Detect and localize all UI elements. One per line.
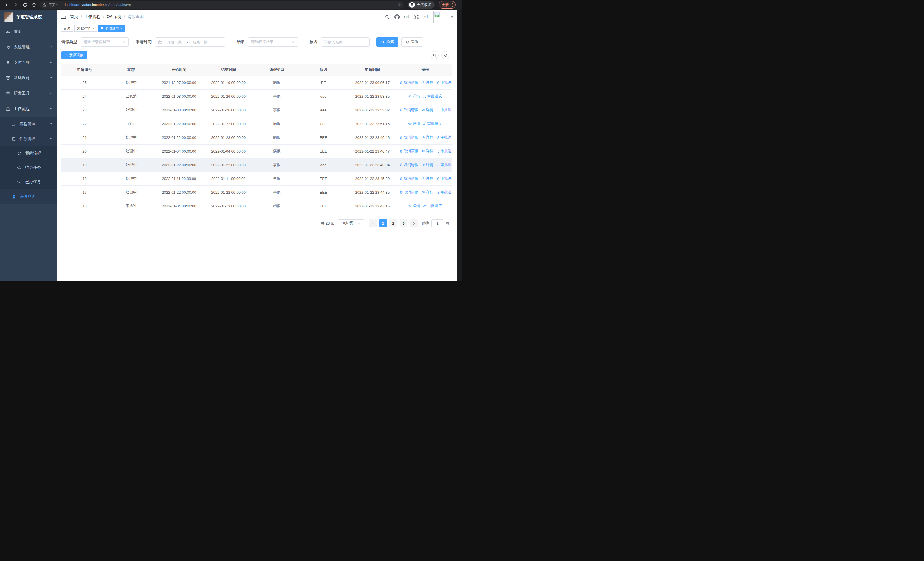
gear-icon xyxy=(6,45,10,50)
search-icon[interactable] xyxy=(384,14,390,20)
detail-link[interactable]: 详情 xyxy=(422,107,434,113)
pen-icon xyxy=(436,191,440,194)
end-date-input[interactable] xyxy=(190,40,210,44)
sidebar-item-my-process[interactable]: 我的流程 xyxy=(0,146,57,161)
sidebar-toggle-icon[interactable] xyxy=(60,14,66,20)
apply-time-range-picker[interactable]: - xyxy=(155,38,225,47)
cancel-leave-link[interactable]: 取消请假 xyxy=(399,162,418,167)
cell-type: 病假 xyxy=(254,131,300,144)
breadcrumb-home[interactable]: 首页 xyxy=(70,14,78,20)
reason-input[interactable] xyxy=(321,38,369,46)
detail-link[interactable]: 详情 xyxy=(422,176,434,181)
cancel-leave-link[interactable]: 取消请假 xyxy=(399,135,418,140)
avatar[interactable] xyxy=(434,11,446,23)
goto-page-input[interactable] xyxy=(432,220,444,227)
cancel-leave-link[interactable]: 取消请假 xyxy=(399,149,418,154)
create-leave-button[interactable]: 发起请假 xyxy=(62,51,87,59)
security-chip-label[interactable]: 不安全 xyxy=(48,3,59,8)
approval-progress-link[interactable]: 审批进度 xyxy=(423,203,442,209)
reason-input-box xyxy=(321,38,369,47)
tab-home[interactable]: 首页 xyxy=(61,25,73,32)
cell-reason: EEE xyxy=(300,185,347,199)
leave-type-select[interactable]: 请选择请假类型 xyxy=(81,38,129,47)
url-text[interactable]: dashboard.yudao.iocoder.cn/bpm/oa/leave xyxy=(64,3,131,7)
cancel-leave-link[interactable]: 取消请假 xyxy=(399,190,418,195)
address-bar[interactable]: 不安全 dashboard.yudao.iocoder.cn/bpm/oa/le… xyxy=(39,1,404,9)
cell-actions: 详情审批进度 xyxy=(398,89,453,103)
detail-link[interactable]: 详情 xyxy=(422,190,434,195)
sidebar-item-infra[interactable]: 基础设施 xyxy=(0,70,57,86)
help-icon[interactable]: ? xyxy=(404,15,409,19)
detail-link[interactable]: 详情 xyxy=(422,162,434,167)
cell-status: 处理中 xyxy=(108,171,154,185)
approval-progress-link[interactable]: 审批进度 xyxy=(436,162,453,167)
tab-leave-query[interactable]: 请假查询× xyxy=(99,25,125,32)
sidebar-item-leave-query[interactable]: 请假查询 xyxy=(0,189,57,204)
monitor-icon xyxy=(6,76,10,80)
app-logo[interactable]: 芋道管理系统 xyxy=(0,10,57,24)
approval-progress-link[interactable]: 审批进度 xyxy=(423,121,442,126)
approval-progress-link[interactable]: 审批进度 xyxy=(436,176,453,181)
breadcrumb-workflow[interactable]: 工作流程 xyxy=(84,14,100,20)
browser-update-button[interactable]: 更新 xyxy=(439,1,456,9)
cancel-leave-link[interactable]: 取消请假 xyxy=(399,176,418,181)
approval-progress-link[interactable]: 审批进度 xyxy=(436,80,453,85)
avatar-dropdown-caret[interactable] xyxy=(451,16,454,18)
browser-scrollbar[interactable] xyxy=(457,10,462,281)
detail-link[interactable]: 详情 xyxy=(408,121,420,126)
sidebar-item-task-mgmt[interactable]: 任务管理 xyxy=(0,131,57,146)
toolbox-icon xyxy=(6,91,10,96)
detail-link[interactable]: 详情 xyxy=(408,203,420,209)
page-button-2[interactable]: 2 xyxy=(389,220,397,227)
sidebar-item-done-tasks[interactable]: 已办任务 xyxy=(0,175,57,189)
table-row: 23处理中2022-01-03 00:00:002022-01-26 00:00… xyxy=(62,103,452,117)
close-icon[interactable]: × xyxy=(120,26,122,30)
detail-link[interactable]: 详情 xyxy=(422,80,434,85)
refresh-table-button[interactable] xyxy=(441,51,450,59)
back-icon[interactable] xyxy=(3,1,10,9)
fullscreen-icon[interactable] xyxy=(414,14,419,20)
github-icon[interactable] xyxy=(394,14,399,20)
result-select[interactable]: 请选择流结果 xyxy=(248,38,298,47)
page-size-select[interactable]: 10条/页 xyxy=(338,220,364,227)
page-button-1[interactable]: 1 xyxy=(379,220,387,227)
cancel-leave-link[interactable]: 取消请假 xyxy=(399,80,418,85)
home-icon[interactable] xyxy=(30,1,38,9)
search-button[interactable]: 搜索 xyxy=(376,38,398,47)
approval-progress-link[interactable]: 审批进度 xyxy=(423,94,442,99)
sidebar-item-system[interactable]: 系统管理 xyxy=(0,39,57,55)
close-icon[interactable]: × xyxy=(93,26,94,30)
sidebar-item-process-mgmt[interactable]: 流程管理 xyxy=(0,117,57,131)
breadcrumb-oa[interactable]: OA 示例 xyxy=(107,14,121,20)
detail-link[interactable]: 详情 xyxy=(422,135,434,140)
sidebar-item-devtools[interactable]: 研发工具 xyxy=(0,86,57,101)
next-page-button[interactable] xyxy=(410,220,418,227)
browser-menu-icon[interactable] xyxy=(452,3,453,7)
prev-page-button[interactable] xyxy=(369,220,376,227)
forward-icon[interactable] xyxy=(12,1,20,9)
cell-actions: 取消请假详情审批进度 xyxy=(398,103,453,117)
approval-progress-link[interactable]: 审批进度 xyxy=(436,107,453,113)
sidebar-item-home[interactable]: 首页 xyxy=(0,24,57,39)
bookmark-star-icon[interactable]: ☆ xyxy=(398,3,401,7)
page-button-3[interactable]: 3 xyxy=(399,220,408,227)
approval-progress-link[interactable]: 审批进度 xyxy=(436,135,453,140)
sidebar-item-todo-tasks[interactable]: 待办任务 xyxy=(0,161,57,175)
tab-process-detail[interactable]: 流程详情× xyxy=(75,25,97,32)
reload-icon[interactable] xyxy=(21,1,28,9)
cell-type: 病假 xyxy=(254,117,300,131)
col-reason: 原因 xyxy=(300,64,347,76)
cell-actions: 取消请假详情审批进度 xyxy=(398,131,453,144)
reset-button[interactable]: 重置 xyxy=(401,38,423,47)
cancel-leave-link[interactable]: 取消请假 xyxy=(399,107,418,113)
detail-link[interactable]: 详情 xyxy=(422,149,434,154)
approval-progress-link[interactable]: 审批进度 xyxy=(436,149,453,154)
toggle-search-button[interactable] xyxy=(430,51,439,59)
sidebar-item-workflow[interactable]: 工作流程 xyxy=(0,101,57,117)
cell-actions: 取消请假详情审批进度 xyxy=(398,144,453,158)
detail-link[interactable]: 详情 xyxy=(408,94,420,99)
approval-progress-link[interactable]: 审批进度 xyxy=(436,190,453,195)
font-size-icon[interactable] xyxy=(424,14,429,20)
sidebar-item-payment[interactable]: ¥ 支付管理 xyxy=(0,55,57,70)
start-date-input[interactable] xyxy=(164,40,184,44)
